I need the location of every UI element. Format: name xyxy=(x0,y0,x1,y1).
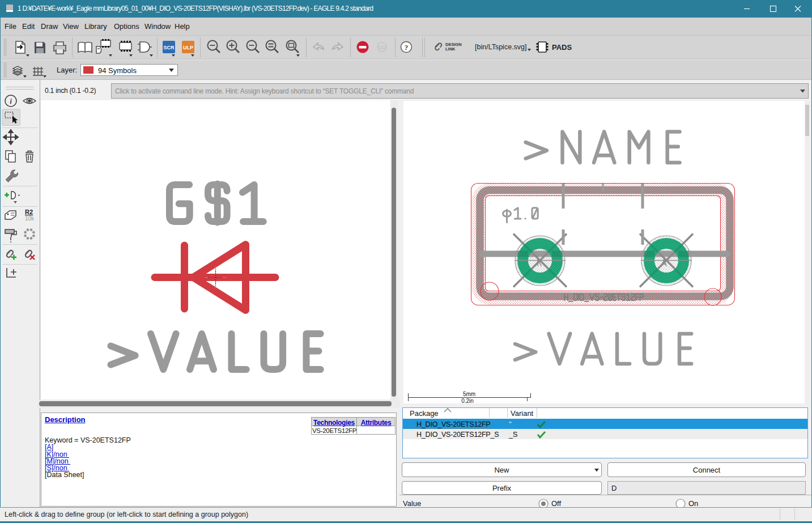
svg-text:0.2in: 0.2in xyxy=(461,398,474,404)
svg-text:5mm: 5mm xyxy=(463,391,475,397)
